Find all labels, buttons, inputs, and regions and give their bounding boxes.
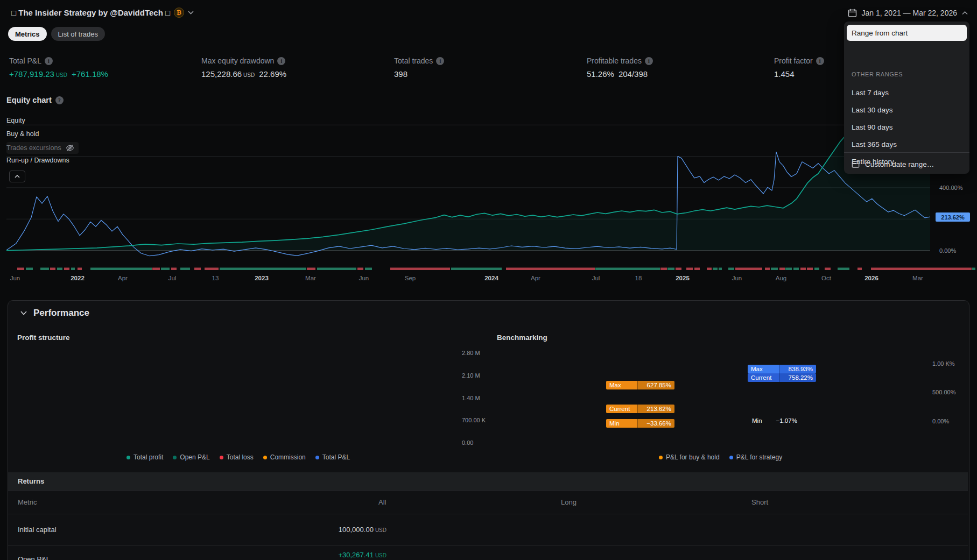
metric-total-trades: Total tradesi398 [394, 56, 444, 79]
metric-value-main: +787,919.23 [9, 69, 54, 79]
metric-value-unit: USD [56, 72, 67, 78]
metric-label: Max equity drawdowni [201, 56, 286, 66]
metric-value-extra: 204/398 [618, 69, 648, 79]
calendar-icon [852, 160, 860, 168]
metric-value: 398 [394, 69, 444, 79]
help-icon[interactable]: ? [55, 96, 64, 104]
legend-dot [315, 456, 319, 459]
legend-label: Commission [270, 453, 306, 461]
bench-ytick: 1.00 K% [932, 360, 955, 367]
legend-item-trades-excursions[interactable]: Trades excursions [6, 142, 79, 154]
value-main: 100,000.00 [339, 526, 374, 534]
legend-item-commission: Commission [263, 453, 306, 461]
info-icon[interactable]: i [277, 57, 285, 65]
menu-item-last-30-days[interactable]: Last 30 days [852, 101, 893, 118]
metric-label-text: Total trades [394, 56, 433, 65]
legend-item-total-loss: Total loss [220, 453, 254, 461]
legend-item-run-up-drawdowns[interactable]: Run-up / Drawdowns [6, 155, 69, 165]
info-icon[interactable]: i [436, 57, 444, 65]
strategy-title-row: □ The Insider Strategy by @DaviddTech □ … [11, 6, 194, 18]
min-word: Min [752, 417, 762, 424]
tab-metrics[interactable]: Metrics [8, 27, 47, 41]
col-header-long: Long [561, 498, 577, 506]
legend-item-p-l-for-strategy: P&L for strategy [729, 453, 783, 461]
returns-title: Returns [18, 477, 44, 485]
min-value: −1.07% [776, 417, 797, 424]
menu-item-last-90-days[interactable]: Last 90 days [852, 118, 893, 136]
legend-label: P&L for buy & hold [666, 453, 720, 461]
legend-label: Buy & hold [6, 130, 39, 138]
legend-dot [126, 456, 130, 459]
buyhold-max-badge: Max627.85% [606, 381, 674, 389]
profit-ytick: 0.00 [462, 440, 473, 446]
equity-chart-title: Equity chart [6, 96, 52, 104]
menu-item-last-7-days[interactable]: Last 7 days [852, 84, 889, 101]
time-tick-2022: 2022 [71, 275, 85, 281]
col-header-metric: Metric [18, 498, 37, 506]
returns-row-metric: Initial capital [18, 526, 57, 534]
returns-row-metric: Open P&L [18, 555, 50, 560]
badge-label: Max [606, 381, 637, 389]
buyhold-min-badge: Min−33.66% [606, 419, 674, 428]
info-icon[interactable]: i [816, 57, 824, 65]
legend-item-buy-hold[interactable]: Buy & hold [6, 129, 39, 139]
date-range-label: Jan 1, 2021 — Mar 22, 2026 [862, 9, 957, 17]
legend-label: Total loss [227, 453, 254, 461]
legend-dot [263, 456, 267, 459]
time-tick-sep: Sep [405, 275, 416, 281]
metric-value: 1.454 [774, 69, 824, 79]
bench-ytick: 0.00% [932, 418, 949, 424]
time-tick-mar: Mar [912, 275, 923, 281]
badge-value: −33.66% [637, 419, 674, 428]
date-range-menu: Range from chart OTHER RANGES Last 7 day… [844, 22, 969, 174]
metric-label-text: Total P&L [9, 56, 41, 65]
date-range-button[interactable]: Jan 1, 2021 — Mar 22, 2026 [848, 7, 968, 19]
strategy-title: □ The Insider Strategy by @DaviddTech □ [11, 8, 170, 17]
chevron-up-icon [962, 11, 968, 15]
metric-value-extra: 22.69% [259, 69, 286, 79]
info-icon[interactable]: i [645, 57, 653, 65]
performance-header[interactable]: Performance [20, 308, 89, 318]
divider [8, 490, 968, 491]
metric-profit-factor: Profit factori1.454 [774, 56, 824, 79]
returns-section-header[interactable]: Returns [8, 472, 968, 490]
equity-chart-heading: Equity chart ? [6, 96, 64, 104]
badge-value: 627.85% [637, 381, 674, 389]
profit-ytick: 700.00 K [462, 417, 486, 423]
menu-item-last-365-days[interactable]: Last 365 days [852, 136, 897, 153]
badge-label: Max [748, 365, 779, 373]
time-tick-apr: Apr [531, 275, 540, 281]
tab-list-of-trades[interactable]: List of trades [51, 27, 105, 41]
legend-item-open-p-l: Open P&L [173, 453, 209, 461]
time-tick-2024: 2024 [484, 275, 498, 281]
value-main: +30,267.41 [338, 551, 373, 559]
metric-label-text: Max equity drawdown [201, 56, 274, 65]
legend-label: Total profit [133, 453, 163, 461]
legend-item-total-p-l: Total P&L [315, 453, 350, 461]
legend-item-total-profit: Total profit [126, 453, 163, 461]
time-tick-jul: Jul [592, 275, 600, 281]
collapse-chart-button[interactable] [9, 171, 25, 182]
eye-off-icon[interactable] [66, 144, 74, 152]
time-tick-oct: Oct [821, 275, 831, 281]
profit-ytick: 2.10 M [462, 372, 480, 379]
metric-label-text: Profitable trades [587, 56, 642, 65]
chevron-down-icon[interactable] [188, 11, 194, 15]
legend-label: Trades excursions [6, 144, 61, 152]
time-tick-jun: Jun [359, 275, 369, 281]
legend-label: Run-up / Drawdowns [6, 157, 69, 164]
strategy-current-badge: Current758.22% [748, 373, 816, 382]
menu-item-range-from-chart[interactable]: Range from chart [847, 25, 967, 41]
strategy-tester-panel: □ The Insider Strategy by @DaviddTech □ … [0, 0, 977, 560]
menu-item-custom-date-range[interactable]: Custom date range… [852, 155, 934, 173]
legend-label: Total P&L [322, 453, 350, 461]
metric-value-main: 51.26% [587, 69, 614, 79]
legend-item-equity[interactable]: Equity [6, 116, 25, 125]
equity-axis-label: 0.00% [939, 247, 956, 254]
view-tabs: Metrics List of trades [8, 27, 105, 41]
benchmarking-title: Benchmarking [497, 334, 547, 342]
time-tick-aug: Aug [776, 275, 786, 281]
divider [8, 514, 968, 514]
metric-value-main: 125,228.66 [201, 69, 242, 79]
info-icon[interactable]: i [45, 57, 53, 65]
